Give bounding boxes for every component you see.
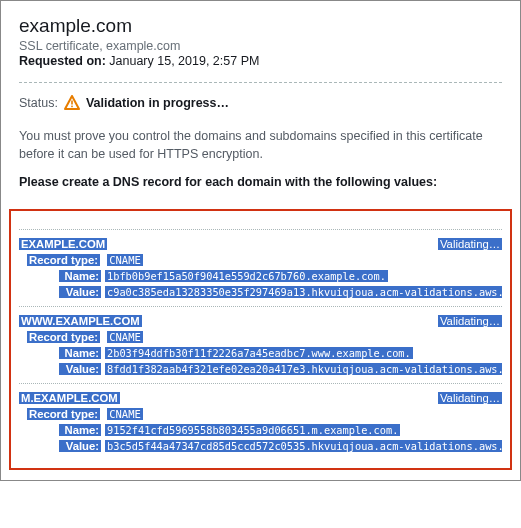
record-divider (19, 383, 502, 384)
dns-records-box: EXAMPLE.COM Validating… Record type: CNA… (9, 209, 512, 470)
record-type-label: Record type: (27, 331, 100, 343)
svg-rect-0 (71, 101, 73, 105)
section-divider (19, 82, 502, 83)
requested-on-label: Requested on: (19, 54, 106, 68)
record-name-value: 1bfb0b9ef15a50f9041e559d2c67b760.example… (105, 270, 388, 282)
dns-record: WWW.EXAMPLE.COM Validating… Record type:… (19, 315, 502, 375)
record-type-value: CNAME (107, 254, 143, 266)
status-line: Status: Validation in progress… (19, 95, 502, 111)
help-text: You must prove you control the domains a… (19, 127, 502, 163)
requested-on-value: January 15, 2019, 2:57 PM (109, 54, 259, 68)
dns-record: EXAMPLE.COM Validating… Record type: CNA… (19, 238, 502, 298)
record-value-value: b3c5d5f44a47347cd85d5ccd572c0535.hkvuiqj… (105, 440, 502, 452)
record-type-value: CNAME (107, 408, 143, 420)
requested-on-line: Requested on: January 15, 2019, 2:57 PM (19, 54, 502, 68)
record-divider (19, 229, 502, 230)
record-domain: WWW.EXAMPLE.COM (19, 315, 142, 327)
record-status: Validating… (438, 315, 502, 327)
record-value-label: Value: (59, 440, 101, 452)
record-status: Validating… (438, 238, 502, 250)
warning-triangle-icon (64, 95, 80, 111)
status-label: Status: (19, 96, 58, 110)
record-domain: EXAMPLE.COM (19, 238, 107, 250)
record-name-value: 2b03f94ddfb30f11f2226a7a45eadbc7.www.exa… (105, 347, 413, 359)
record-value-value: c9a0c385eda13283350e35f297469a13.hkvuiqj… (105, 286, 502, 298)
record-type-label: Record type: (27, 254, 100, 266)
status-text: Validation in progress… (86, 96, 229, 110)
record-domain: M.EXAMPLE.COM (19, 392, 120, 404)
certificate-subtitle: SSL certificate, example.com (19, 39, 502, 53)
record-divider (19, 306, 502, 307)
record-name-label: Name: (59, 424, 101, 436)
record-value-label: Value: (59, 286, 101, 298)
record-name-label: Name: (59, 347, 101, 359)
dns-instruction: Please create a DNS record for each doma… (19, 175, 502, 189)
record-type-label: Record type: (27, 408, 100, 420)
page-title: example.com (19, 15, 502, 37)
record-value-label: Value: (59, 363, 101, 375)
dns-record: M.EXAMPLE.COM Validating… Record type: C… (19, 392, 502, 452)
svg-rect-1 (71, 106, 73, 108)
record-name-value: 9152f41cfd5969558b803455a9d06651.m.examp… (105, 424, 400, 436)
record-type-value: CNAME (107, 331, 143, 343)
record-status: Validating… (438, 392, 502, 404)
record-name-label: Name: (59, 270, 101, 282)
record-value-value: 8fdd1f382aab4f321efe02ea20a417e3.hkvuiqj… (105, 363, 502, 375)
